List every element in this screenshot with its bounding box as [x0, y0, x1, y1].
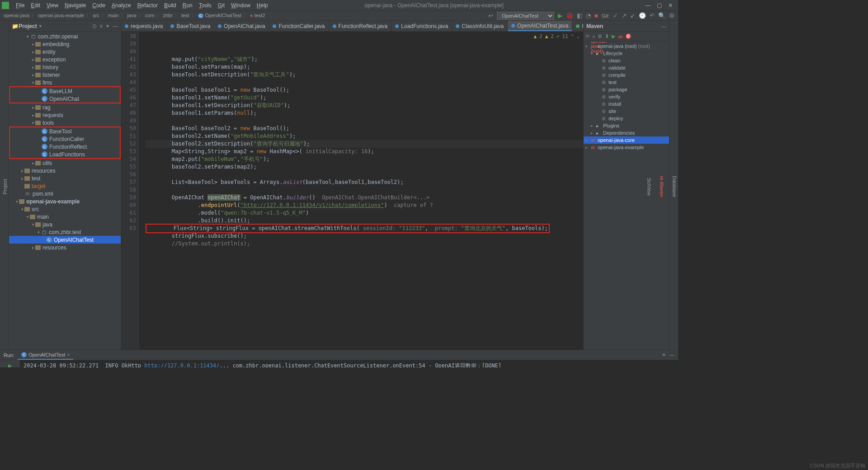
editor-tab[interactable]: OpenAIChatTest.java: [508, 21, 572, 31]
maven-item[interactable]: ⚙clean: [584, 57, 669, 64]
stop-icon[interactable]: ■: [594, 12, 598, 19]
close-tab-icon[interactable]: ×: [67, 352, 70, 357]
git-update-icon[interactable]: ✓: [613, 12, 618, 19]
maven-item[interactable]: ⚙verify: [584, 93, 669, 100]
editor-tab[interactable]: ClassInfoUtil.java: [452, 21, 508, 31]
project-tool-tab[interactable]: Project: [1, 177, 9, 196]
tree-item[interactable]: ▾main: [9, 213, 121, 221]
editor-tab[interactable]: BaseTool.java: [167, 21, 214, 31]
search-icon[interactable]: 🔍: [658, 12, 665, 19]
tree-item[interactable]: mpom.xml: [9, 190, 121, 197]
crumb[interactable]: com: [145, 13, 155, 18]
inspection-widget[interactable]: ▲2 ▲2 ✔11 ⌃⌄: [533, 33, 580, 40]
crumb[interactable]: C OpenAIChatTest: [198, 13, 241, 18]
tree-item[interactable]: COpenAIChatTest: [9, 236, 121, 244]
sciview-tool-tab[interactable]: SciView: [646, 176, 653, 197]
menu-navigate[interactable]: Navigate: [61, 2, 89, 9]
tree-item[interactable]: CFunctionCaller: [10, 135, 120, 143]
maven-item[interactable]: ⚙install: [584, 100, 669, 108]
add-icon[interactable]: +: [592, 34, 595, 39]
project-tree[interactable]: ▾▢com.zhbr.openai▸embedding▸entity▸excep…: [9, 32, 121, 350]
tree-item[interactable]: ▾▢com.zhbr.openai: [9, 33, 121, 40]
crumb[interactable]: ● test2: [250, 13, 265, 18]
debug-icon[interactable]: 🐞: [566, 12, 573, 19]
crumb[interactable]: test: [181, 13, 189, 18]
menu-file[interactable]: File: [13, 2, 28, 9]
git-history-icon[interactable]: 🕘: [639, 12, 646, 19]
download-icon[interactable]: ⬇: [605, 33, 609, 39]
crumb[interactable]: java: [127, 13, 137, 18]
crumb[interactable]: zhbr: [163, 13, 172, 18]
tree-item[interactable]: target: [9, 182, 121, 190]
tree-item[interactable]: ▸utils: [9, 159, 121, 167]
gear-icon[interactable]: ⚙: [598, 33, 602, 39]
settings-icon[interactable]: ⚙: [669, 12, 675, 19]
tree-item[interactable]: ▾llms: [9, 79, 121, 86]
hide-icon[interactable]: —: [113, 23, 118, 29]
menu-edit[interactable]: Edit: [28, 2, 43, 9]
collapse-icon[interactable]: ✶: [105, 23, 110, 29]
maven-item[interactable]: ▸mopenai-java-core: [584, 136, 669, 144]
tree-item[interactable]: ▸test: [9, 174, 121, 182]
console-output[interactable]: 2024-03-28 09:52:22,271 INFO OkHttp http…: [20, 360, 678, 367]
maven-item[interactable]: ▾▸Lifecycle: [584, 50, 669, 57]
editor-tab[interactable]: FunctionReflect.java: [329, 21, 392, 31]
menu-tools[interactable]: Tools: [196, 2, 215, 9]
tree-item[interactable]: ▸rag: [9, 103, 121, 111]
tree-item[interactable]: ▸resources: [9, 244, 121, 251]
editor-tab[interactable]: OpenAIChat.java: [214, 21, 269, 31]
git-push-icon[interactable]: ↗: [622, 12, 627, 19]
maven-tree[interactable]: ▾openai-java (root)openai-java (root) (r…: [584, 42, 669, 350]
run-icon[interactable]: ▶: [558, 12, 562, 19]
menu-help[interactable]: Help: [254, 2, 271, 9]
tree-item[interactable]: ▾▢com.zhbr.test: [9, 228, 121, 236]
maven-item[interactable]: ⚙test: [584, 79, 669, 86]
tree-item[interactable]: ▸requests: [9, 111, 121, 119]
tree-item[interactable]: ▸exception: [9, 56, 121, 63]
tree-item[interactable]: ▾src: [9, 205, 121, 213]
maven-tool-tab[interactable]: m Maven: [658, 174, 665, 199]
hide-icon[interactable]: —: [670, 352, 675, 358]
maven-item[interactable]: ▾openai-java (root)openai-java (root) (r…: [584, 42, 669, 50]
tree-item[interactable]: ▸embedding: [9, 40, 121, 48]
tree-item[interactable]: CBaseLLM: [10, 87, 120, 95]
menu-run[interactable]: Run: [179, 2, 196, 9]
editor-tab[interactable]: LoadFunctions.java: [392, 21, 452, 31]
run-tab[interactable]: C OpenAIChatTest ×: [18, 350, 73, 360]
maven-item[interactable]: ▸▸Dependencies: [584, 129, 669, 136]
tree-item[interactable]: ▸resources: [9, 167, 121, 174]
tree-item[interactable]: ▾java: [9, 221, 121, 228]
editor-tab[interactable]: FunctionCaller.java: [269, 21, 329, 31]
crumb[interactable]: openai-java-example: [38, 13, 84, 18]
maven-item[interactable]: ⚙compile: [584, 71, 669, 79]
maven-item[interactable]: ▸▸Plugins: [584, 122, 669, 129]
menu-refactor[interactable]: Refactor: [134, 2, 161, 9]
select-opened-icon[interactable]: ⊙: [92, 23, 97, 29]
run-config-selector[interactable]: OpenAIChatTest: [497, 12, 554, 20]
tree-item[interactable]: ▸listener: [9, 71, 121, 79]
maven-item[interactable]: ▸mopenai-java-example: [584, 144, 669, 151]
menu-git[interactable]: Git: [215, 2, 228, 9]
m-icon[interactable]: m: [618, 34, 623, 39]
crumb[interactable]: openai-java: [4, 13, 29, 18]
profile-icon[interactable]: ◔: [586, 12, 591, 19]
settings-icon[interactable]: ✶: [662, 352, 666, 358]
editor-tab[interactable]: requests.java: [121, 21, 167, 31]
coverage-icon[interactable]: ◧: [577, 12, 582, 19]
rerun-icon[interactable]: ▶: [6, 362, 14, 367]
menu-analyze[interactable]: Analyze: [108, 2, 134, 9]
tree-item[interactable]: COpenAIChat: [10, 95, 120, 103]
maven-item[interactable]: ⚙validate: [584, 64, 669, 71]
editor-tab[interactable]: README.md: [572, 21, 583, 31]
hide-icon[interactable]: —: [661, 24, 666, 29]
tree-item[interactable]: ▸entity: [9, 48, 121, 56]
maven-item[interactable]: ⚙package: [584, 86, 669, 93]
git-pull-icon[interactable]: ↙: [630, 12, 635, 19]
tree-item[interactable]: ▾openai-java-example: [9, 197, 121, 205]
crumb[interactable]: main: [108, 13, 119, 18]
menu-window[interactable]: Window: [228, 2, 254, 9]
chevron-down-icon[interactable]: ▼: [38, 24, 42, 28]
menu-code[interactable]: Code: [89, 2, 108, 9]
close-icon[interactable]: ✕: [668, 2, 673, 9]
tree-item[interactable]: CFunctionReflect: [10, 143, 120, 150]
